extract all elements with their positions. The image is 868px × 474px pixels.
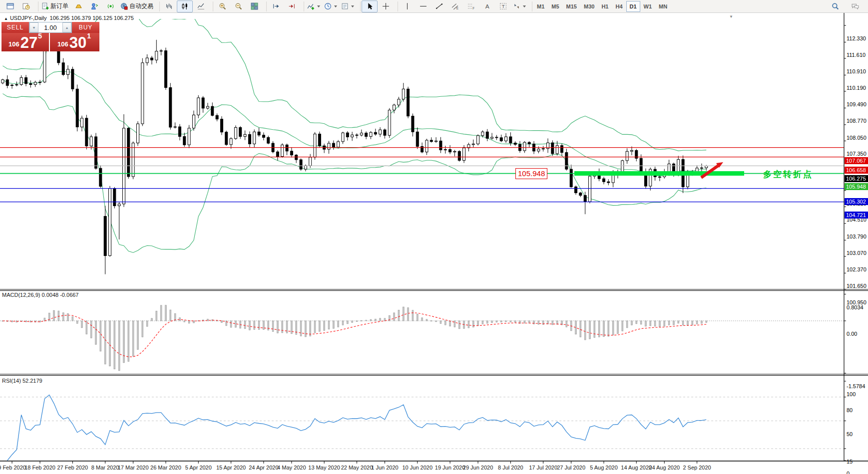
auto-scroll-button[interactable] xyxy=(268,0,284,12)
line-chart-button[interactable] xyxy=(193,0,209,12)
search-icon[interactable] xyxy=(827,0,843,12)
indicators-button[interactable] xyxy=(305,0,322,12)
one-click-trading-panel: SELL ▼ ▲ BUY 106275 106301 xyxy=(1,22,99,51)
sell-price[interactable]: 106275 xyxy=(1,33,50,51)
linechart-icon xyxy=(197,2,205,10)
label-button[interactable]: T xyxy=(495,0,511,12)
sell-button[interactable]: SELL xyxy=(1,22,29,33)
bar-chart-button[interactable] xyxy=(161,0,177,12)
market-watch-button[interactable] xyxy=(70,0,86,12)
cn-annotation-label[interactable]: 多空转折点 xyxy=(763,169,813,180)
horizontal-line-button[interactable] xyxy=(415,0,431,12)
volume-input[interactable] xyxy=(38,22,62,32)
volume-increase-button[interactable]: ▲ xyxy=(62,22,71,32)
arrows-button[interactable] xyxy=(511,0,528,12)
price-tag-104.721: 104.721 xyxy=(845,212,868,219)
cursor-button[interactable] xyxy=(362,0,378,12)
timeframe-d1-button[interactable]: D1 xyxy=(626,1,640,12)
tiles-icon xyxy=(251,2,258,10)
charts-window-button[interactable] xyxy=(2,0,18,12)
macd-tick: 0.00 xyxy=(847,331,868,337)
profile-button[interactable] xyxy=(18,0,34,12)
rsi-tick: 50 xyxy=(847,431,868,437)
macd-tick: -1.5784 xyxy=(847,383,868,389)
timeframe-w1-button[interactable]: W1 xyxy=(640,1,656,12)
clock-icon xyxy=(324,2,332,10)
signal-icon xyxy=(107,2,114,10)
vertical-line-button[interactable] xyxy=(399,0,415,12)
price-tick: 108.770 xyxy=(847,118,868,124)
toolbar-separator xyxy=(528,1,532,11)
timeframe-mn-button[interactable]: MN xyxy=(655,1,671,12)
chart-shift-marker[interactable]: ▼ xyxy=(729,14,733,19)
chart-ohlc-readout: 106.295 106.379 106.125 106.275 xyxy=(50,15,134,21)
date-label: 22 May 2020 xyxy=(341,465,373,471)
zoom-out-button[interactable] xyxy=(230,0,246,12)
svg-text:A: A xyxy=(485,3,489,9)
timeframe-m30-button[interactable]: M30 xyxy=(580,1,598,12)
timeframe-h1-button[interactable]: H1 xyxy=(598,1,612,12)
buy-button[interactable]: BUY xyxy=(72,22,99,33)
trendline-icon xyxy=(435,2,443,10)
price-tag-106.658: 106.658 xyxy=(845,167,868,174)
bars-icon xyxy=(165,2,173,10)
macd-tick: 0.8034 xyxy=(847,304,868,310)
oneclick-collapse-icon[interactable]: ▲ xyxy=(4,16,8,21)
text-button[interactable]: A xyxy=(479,0,495,12)
date-label: 13 May 2020 xyxy=(308,465,340,471)
chart-canvas[interactable] xyxy=(0,13,868,474)
new-order-button[interactable]: 新订单 xyxy=(39,0,70,12)
templates-button[interactable] xyxy=(339,0,356,12)
candlestick-chart-button[interactable] xyxy=(177,0,193,12)
dropdown-caret-icon[interactable] xyxy=(334,5,337,7)
buy-price[interactable]: 106301 xyxy=(50,33,98,51)
mt4-window: 新订单自动交易EFATM1M5M15M30H1H4D1W1MN ▲USDJPY-… xyxy=(0,0,868,474)
date-label: 19 Jun 2020 xyxy=(435,465,465,471)
date-label: 18 Feb 2020 xyxy=(24,465,55,471)
date-label: 8 Jul 2020 xyxy=(498,465,523,471)
chart-shift-button[interactable] xyxy=(284,0,300,12)
autotrading-button[interactable]: 自动交易 xyxy=(118,0,155,12)
timeframe-m5-button[interactable]: M5 xyxy=(548,1,562,12)
channel-button[interactable]: E xyxy=(447,0,463,12)
hline-icon xyxy=(420,2,427,10)
rsi-tick: 80 xyxy=(847,407,868,413)
price-tag-105.948: 105.948 xyxy=(845,183,868,190)
timeframe-m1-button[interactable]: M1 xyxy=(533,1,548,12)
price-flag-105948[interactable]: 105.948 xyxy=(515,168,547,179)
rsi-tick: 15 xyxy=(847,459,868,465)
zoom-in-button[interactable] xyxy=(214,0,230,12)
date-label: 1 Jun 2020 xyxy=(371,465,398,471)
chart-title: USDJPY-,Daily xyxy=(10,15,47,21)
textT-icon: T xyxy=(499,2,507,10)
tile-windows-button[interactable] xyxy=(246,0,262,12)
periods-button[interactable] xyxy=(322,0,339,12)
toolbar-separator xyxy=(394,1,398,11)
price-tag-107.067: 107.067 xyxy=(845,157,868,164)
main-toolbar: 新订单自动交易EFATM1M5M15M30H1H4D1W1MN xyxy=(0,0,868,13)
dropdown-caret-icon[interactable] xyxy=(351,5,354,7)
timeframe-m15-button[interactable]: M15 xyxy=(563,1,580,12)
trendline-button[interactable] xyxy=(431,0,447,12)
crosshair-button[interactable] xyxy=(378,0,394,12)
price-tick: 103.070 xyxy=(847,250,868,256)
dropdown-caret-icon[interactable] xyxy=(317,5,320,7)
profile-icon xyxy=(22,2,30,10)
toolbar-separator xyxy=(156,1,160,11)
date-label: 14 Aug 2020 xyxy=(621,465,652,471)
volume-decrease-button[interactable]: ▼ xyxy=(29,22,38,32)
person-icon xyxy=(91,2,98,10)
price-tick: 103.790 xyxy=(847,234,868,239)
rsi-label: RSI(14) 52.2179 xyxy=(2,378,42,384)
svg-text:F: F xyxy=(472,6,474,10)
price-tick: 112.330 xyxy=(847,35,868,41)
signals-button[interactable] xyxy=(102,0,118,12)
timeframe-h4-button[interactable]: H4 xyxy=(612,1,626,12)
dropdown-caret-icon[interactable] xyxy=(523,5,526,7)
date-label: 5 Apr 2020 xyxy=(185,465,212,471)
data-window-button[interactable] xyxy=(86,0,102,12)
template-icon xyxy=(341,2,349,10)
fibonacci-button[interactable]: F xyxy=(463,0,479,12)
date-label: 27 Feb 2020 xyxy=(57,465,88,471)
chat-icon[interactable] xyxy=(847,0,863,12)
